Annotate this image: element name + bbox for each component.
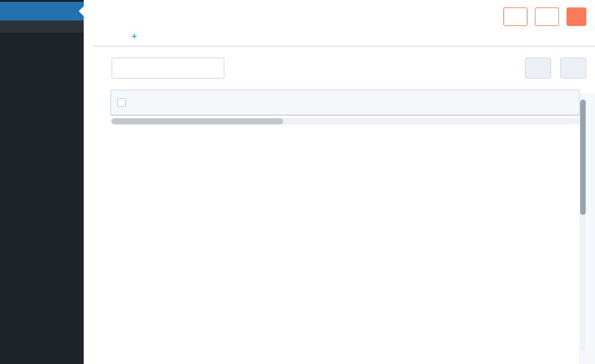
table-actions-button[interactable] (525, 58, 551, 79)
hubspot-sprocket-icon (6, 6, 17, 17)
sidebar-item-hubspot[interactable] (0, 2, 84, 20)
table-header-row (111, 90, 579, 115)
vertical-scrollbar-thumb[interactable] (580, 100, 586, 215)
main-content: + (84, 0, 595, 364)
create-contact-button[interactable] (566, 7, 586, 26)
sidebar-bottom-group (0, 33, 84, 37)
hubspot-submenu (0, 20, 84, 33)
save-view-button[interactable] (560, 58, 586, 79)
import-button[interactable] (535, 7, 559, 26)
contacts-table (110, 90, 580, 116)
view-tabs: + (93, 30, 595, 46)
horizontal-scrollbar[interactable] (110, 118, 580, 124)
plus-icon: + (131, 30, 137, 41)
add-view-link[interactable]: + (131, 30, 141, 41)
select-all-checkbox[interactable] (117, 98, 126, 107)
horizontal-scrollbar-thumb[interactable] (112, 118, 283, 124)
filter-bar (84, 46, 595, 90)
search-box (112, 58, 224, 79)
page-header (84, 0, 595, 26)
actions-button[interactable] (503, 7, 527, 26)
wp-admin-sidebar (0, 0, 84, 364)
vertical-scrollbar[interactable] (580, 98, 586, 350)
search-input[interactable] (118, 64, 218, 73)
